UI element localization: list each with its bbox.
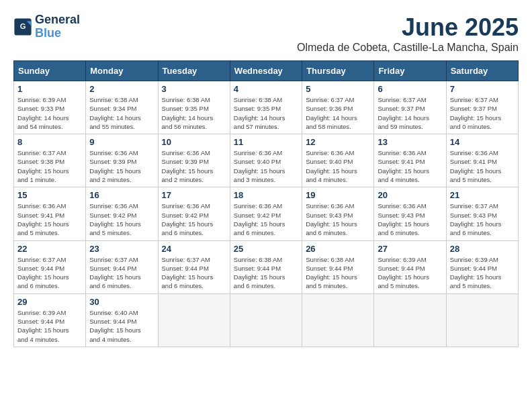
day-number: 25 xyxy=(234,244,298,254)
calendar-cell: 13Sunrise: 6:36 AM Sunset: 9:41 PM Dayli… xyxy=(374,134,446,187)
logo-text: GeneralBlue xyxy=(35,13,80,40)
day-info: Sunrise: 6:38 AM Sunset: 9:34 PM Dayligh… xyxy=(89,95,154,131)
calendar-cell: 1Sunrise: 6:39 AM Sunset: 9:33 PM Daylig… xyxy=(14,81,86,134)
day-info: Sunrise: 6:36 AM Sunset: 9:42 PM Dayligh… xyxy=(89,201,154,237)
day-number: 7 xyxy=(450,84,515,94)
calendar-cell: 3Sunrise: 6:38 AM Sunset: 9:35 PM Daylig… xyxy=(158,81,230,134)
day-info: Sunrise: 6:37 AM Sunset: 9:44 PM Dayligh… xyxy=(162,255,226,291)
calendar-table: SundayMondayTuesdayWednesdayThursdayFrid… xyxy=(13,60,519,347)
day-number: 28 xyxy=(450,244,515,254)
page-title: June 2025 xyxy=(297,13,519,42)
calendar-cell xyxy=(230,293,302,347)
calendar-cell xyxy=(302,293,374,347)
calendar-cell: 15Sunrise: 6:36 AM Sunset: 9:41 PM Dayli… xyxy=(14,187,86,240)
day-number: 5 xyxy=(306,84,370,94)
calendar-cell xyxy=(374,293,446,347)
day-number: 9 xyxy=(89,137,154,147)
day-number: 1 xyxy=(17,84,82,94)
day-info: Sunrise: 6:39 AM Sunset: 9:44 PM Dayligh… xyxy=(450,255,515,291)
calendar-cell: 20Sunrise: 6:36 AM Sunset: 9:43 PM Dayli… xyxy=(374,187,446,240)
column-header-thursday: Thursday xyxy=(302,61,374,81)
calendar-cell: 8Sunrise: 6:37 AM Sunset: 9:38 PM Daylig… xyxy=(14,134,86,187)
calendar-cell: 12Sunrise: 6:36 AM Sunset: 9:40 PM Dayli… xyxy=(302,134,374,187)
calendar-cell: 14Sunrise: 6:36 AM Sunset: 9:41 PM Dayli… xyxy=(446,134,518,187)
day-number: 10 xyxy=(162,137,226,147)
day-info: Sunrise: 6:38 AM Sunset: 9:35 PM Dayligh… xyxy=(234,95,298,131)
calendar-cell xyxy=(158,293,230,347)
day-info: Sunrise: 6:38 AM Sunset: 9:35 PM Dayligh… xyxy=(162,95,226,131)
day-info: Sunrise: 6:36 AM Sunset: 9:43 PM Dayligh… xyxy=(306,201,370,237)
day-number: 26 xyxy=(306,244,370,254)
logo-icon: G xyxy=(13,17,32,36)
calendar-cell: 5Sunrise: 6:37 AM Sunset: 9:36 PM Daylig… xyxy=(302,81,374,134)
calendar-cell: 18Sunrise: 6:36 AM Sunset: 9:42 PM Dayli… xyxy=(230,187,302,240)
day-number: 24 xyxy=(162,244,226,254)
day-number: 13 xyxy=(378,137,442,147)
day-info: Sunrise: 6:39 AM Sunset: 9:44 PM Dayligh… xyxy=(17,308,82,344)
column-header-saturday: Saturday xyxy=(446,61,518,81)
day-number: 18 xyxy=(234,190,298,200)
day-info: Sunrise: 6:38 AM Sunset: 9:44 PM Dayligh… xyxy=(234,255,298,291)
day-number: 19 xyxy=(306,190,370,200)
column-header-monday: Monday xyxy=(86,61,158,81)
day-number: 22 xyxy=(17,244,82,254)
day-info: Sunrise: 6:40 AM Sunset: 9:44 PM Dayligh… xyxy=(89,308,154,344)
calendar-cell: 24Sunrise: 6:37 AM Sunset: 9:44 PM Dayli… xyxy=(158,240,230,293)
calendar-cell: 10Sunrise: 6:36 AM Sunset: 9:39 PM Dayli… xyxy=(158,134,230,187)
day-number: 20 xyxy=(378,190,442,200)
day-number: 4 xyxy=(234,84,298,94)
day-number: 14 xyxy=(450,137,515,147)
day-number: 2 xyxy=(89,84,154,94)
calendar-cell: 23Sunrise: 6:37 AM Sunset: 9:44 PM Dayli… xyxy=(86,240,158,293)
day-info: Sunrise: 6:36 AM Sunset: 9:40 PM Dayligh… xyxy=(306,148,370,184)
calendar-cell: 26Sunrise: 6:38 AM Sunset: 9:44 PM Dayli… xyxy=(302,240,374,293)
day-info: Sunrise: 6:36 AM Sunset: 9:39 PM Dayligh… xyxy=(89,148,154,184)
day-number: 29 xyxy=(17,297,82,307)
day-number: 3 xyxy=(162,84,226,94)
day-info: Sunrise: 6:37 AM Sunset: 9:36 PM Dayligh… xyxy=(306,95,370,131)
logo: G GeneralBlue xyxy=(13,13,80,40)
day-number: 21 xyxy=(450,190,515,200)
calendar-cell xyxy=(446,293,518,347)
calendar-cell: 16Sunrise: 6:36 AM Sunset: 9:42 PM Dayli… xyxy=(86,187,158,240)
day-info: Sunrise: 6:37 AM Sunset: 9:44 PM Dayligh… xyxy=(17,255,82,291)
day-info: Sunrise: 6:36 AM Sunset: 9:43 PM Dayligh… xyxy=(378,201,442,237)
day-info: Sunrise: 6:37 AM Sunset: 9:37 PM Dayligh… xyxy=(378,95,442,131)
calendar-cell: 29Sunrise: 6:39 AM Sunset: 9:44 PM Dayli… xyxy=(14,293,86,347)
day-number: 12 xyxy=(306,137,370,147)
column-header-wednesday: Wednesday xyxy=(230,61,302,81)
day-info: Sunrise: 6:37 AM Sunset: 9:43 PM Dayligh… xyxy=(450,201,515,237)
calendar-cell: 9Sunrise: 6:36 AM Sunset: 9:39 PM Daylig… xyxy=(86,134,158,187)
column-header-sunday: Sunday xyxy=(14,61,86,81)
day-number: 17 xyxy=(162,190,226,200)
calendar-cell: 22Sunrise: 6:37 AM Sunset: 9:44 PM Dayli… xyxy=(14,240,86,293)
day-number: 27 xyxy=(378,244,442,254)
calendar-cell: 17Sunrise: 6:36 AM Sunset: 9:42 PM Dayli… xyxy=(158,187,230,240)
calendar-cell: 30Sunrise: 6:40 AM Sunset: 9:44 PM Dayli… xyxy=(86,293,158,347)
calendar-cell: 27Sunrise: 6:39 AM Sunset: 9:44 PM Dayli… xyxy=(374,240,446,293)
calendar-cell: 2Sunrise: 6:38 AM Sunset: 9:34 PM Daylig… xyxy=(86,81,158,134)
day-number: 16 xyxy=(89,190,154,200)
day-number: 8 xyxy=(17,137,82,147)
day-info: Sunrise: 6:39 AM Sunset: 9:33 PM Dayligh… xyxy=(17,95,82,131)
day-info: Sunrise: 6:36 AM Sunset: 9:42 PM Dayligh… xyxy=(162,201,226,237)
day-info: Sunrise: 6:36 AM Sunset: 9:41 PM Dayligh… xyxy=(17,201,82,237)
day-info: Sunrise: 6:36 AM Sunset: 9:39 PM Dayligh… xyxy=(162,148,226,184)
calendar-cell: 21Sunrise: 6:37 AM Sunset: 9:43 PM Dayli… xyxy=(446,187,518,240)
calendar-cell: 19Sunrise: 6:36 AM Sunset: 9:43 PM Dayli… xyxy=(302,187,374,240)
day-info: Sunrise: 6:37 AM Sunset: 9:44 PM Dayligh… xyxy=(89,255,154,291)
calendar-cell: 6Sunrise: 6:37 AM Sunset: 9:37 PM Daylig… xyxy=(374,81,446,134)
calendar-cell: 25Sunrise: 6:38 AM Sunset: 9:44 PM Dayli… xyxy=(230,240,302,293)
day-info: Sunrise: 6:36 AM Sunset: 9:40 PM Dayligh… xyxy=(234,148,298,184)
calendar-cell: 11Sunrise: 6:36 AM Sunset: 9:40 PM Dayli… xyxy=(230,134,302,187)
day-info: Sunrise: 6:39 AM Sunset: 9:44 PM Dayligh… xyxy=(378,255,442,291)
day-info: Sunrise: 6:36 AM Sunset: 9:42 PM Dayligh… xyxy=(234,201,298,237)
column-header-friday: Friday xyxy=(374,61,446,81)
day-number: 6 xyxy=(378,84,442,94)
day-info: Sunrise: 6:38 AM Sunset: 9:44 PM Dayligh… xyxy=(306,255,370,291)
day-info: Sunrise: 6:36 AM Sunset: 9:41 PM Dayligh… xyxy=(450,148,515,184)
calendar-cell: 4Sunrise: 6:38 AM Sunset: 9:35 PM Daylig… xyxy=(230,81,302,134)
calendar-cell: 28Sunrise: 6:39 AM Sunset: 9:44 PM Dayli… xyxy=(446,240,518,293)
day-number: 11 xyxy=(234,137,298,147)
day-info: Sunrise: 6:37 AM Sunset: 9:38 PM Dayligh… xyxy=(17,148,82,184)
